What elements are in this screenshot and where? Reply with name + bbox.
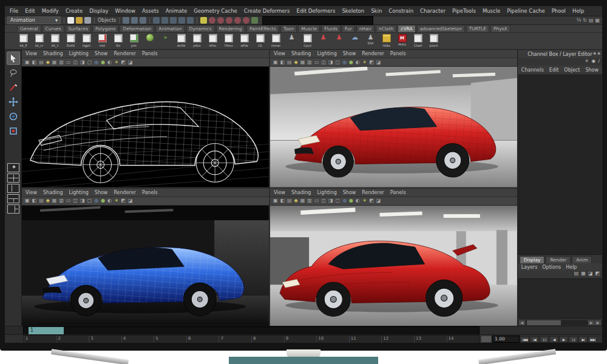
menu-muscle[interactable]: Muscle (483, 8, 500, 14)
new-layer-icon[interactable]: ◩ (595, 271, 600, 278)
tab-display[interactable]: Display (520, 256, 545, 263)
grid-toggle-icon[interactable]: ▤ (589, 18, 594, 23)
lights-icon[interactable]: ☀ (114, 59, 118, 66)
viewport-canvas-wireframe-car[interactable] (22, 67, 269, 187)
channel-hyperbolic-icon[interactable]: ◉ (591, 58, 595, 66)
scroll-right-end-icon[interactable]: ▶ (595, 320, 601, 325)
shelf-item[interactable]: ♟ (331, 34, 347, 41)
layout-split-top-button[interactable] (7, 194, 19, 203)
scrollbar-track[interactable] (526, 320, 588, 325)
viewport-bottom-right[interactable]: View Shading Lighting Show Renderer Pane… (270, 189, 517, 326)
shelf-item[interactable]: KK_fl (16, 34, 31, 47)
vp-menu-shading[interactable]: Shading (43, 190, 63, 195)
vp-menu-panels[interactable]: Panels (390, 51, 406, 56)
viewport-canvas-red-car-wireframe[interactable] (270, 67, 517, 187)
channel-speed-icon[interactable]: ✳ (585, 58, 589, 66)
film-gate-icon[interactable]: ▭ (66, 197, 71, 204)
wireframe-icon[interactable]: ◎ (342, 197, 347, 204)
wireframe-icon[interactable]: ◎ (94, 197, 98, 204)
channel-list-empty[interactable] (518, 75, 602, 255)
shelf-item[interactable]: TPose (221, 34, 236, 47)
wireframe-icon[interactable]: ◎ (342, 59, 347, 66)
select-camera-icon[interactable]: ▣ (273, 59, 278, 66)
safe-action-icon[interactable]: ▢ (336, 197, 341, 204)
channel-box-title-bar[interactable]: Channel Box / Layer Editor ▪ ▪ (518, 50, 602, 58)
grid-icon[interactable]: ▥ (59, 59, 64, 66)
menu-pipeline-cache[interactable]: Pipeline Cache (507, 8, 544, 14)
shaded-icon[interactable]: ● (349, 59, 353, 66)
shelf-tab-general[interactable]: General (17, 25, 41, 32)
camera-attributes-icon[interactable]: ▤ (39, 197, 44, 204)
tab-anim[interactable]: Anim (572, 256, 592, 263)
isolate-select-icon[interactable]: ◩ (369, 59, 374, 66)
grid-icon[interactable]: ▥ (59, 197, 64, 204)
vp-menu-view[interactable]: View (25, 190, 37, 195)
viewport-top-left[interactable]: View Shading Lighting Show Renderer Pane… (22, 50, 269, 187)
grid-icon[interactable]: ▥ (307, 197, 312, 204)
menu-file[interactable]: File (10, 8, 18, 14)
safe-action-icon[interactable]: ▢ (336, 59, 341, 66)
image-plane-icon[interactable]: ▦ (52, 59, 57, 66)
grid-icon[interactable]: ▥ (307, 59, 312, 66)
menuset-dropdown[interactable]: Animation ▾ (7, 16, 61, 24)
shelf-item[interactable]: ♟ (316, 34, 331, 41)
x-ray-icon[interactable]: ◪ (128, 59, 133, 66)
shelf-tab-cvra[interactable]: cVRA (398, 25, 415, 32)
vp-menu-shading[interactable]: Shading (291, 51, 311, 56)
vp-menu-shading[interactable]: Shading (43, 51, 63, 56)
auto-keyframe-icon[interactable] (200, 17, 207, 24)
textured-icon[interactable]: ◐ (356, 197, 360, 204)
shelf-item[interactable]: ♟SSA (363, 34, 378, 45)
vp-menu-panels[interactable]: Panels (142, 51, 158, 56)
shelf-item[interactable] (142, 34, 157, 42)
bookmarks-icon[interactable]: ◆ (46, 197, 50, 204)
lock-camera-icon[interactable]: ◧ (32, 59, 37, 66)
select-camera-icon[interactable]: ▣ (25, 197, 30, 204)
select-hierarchy-icon[interactable] (123, 17, 129, 24)
current-frame-marker[interactable]: 1 (29, 327, 64, 334)
viewport-canvas-red-car-render[interactable] (270, 206, 517, 326)
time-slider[interactable]: 1 (23, 326, 480, 335)
move-layer-up-icon[interactable]: ▤ (574, 271, 579, 278)
shelf-item[interactable]: kk_cr (32, 34, 47, 47)
move-tool-button[interactable] (7, 95, 20, 109)
menu-window[interactable]: Window (115, 8, 135, 14)
shelf-tab-painteffects[interactable]: PaintEffects (246, 25, 279, 32)
isolate-select-icon[interactable]: ◩ (369, 197, 374, 204)
menu-edit[interactable]: Edit (25, 8, 35, 14)
new-layer-from-selected-icon[interactable]: ◪ (588, 271, 593, 278)
viewport-canvas-blue-car-wireframe[interactable] (22, 206, 269, 326)
film-gate-icon[interactable]: ▭ (314, 197, 319, 204)
current-time-field[interactable]: 1.00 (492, 335, 520, 343)
gate-mask-icon[interactable]: ◨ (80, 59, 85, 66)
shelf-tab-fluids[interactable]: Fluids (321, 25, 341, 32)
vp-menu-renderer[interactable]: Renderer (362, 190, 384, 195)
make-live-icon[interactable] (187, 17, 194, 24)
vp-menu-show[interactable]: Show (343, 51, 356, 56)
shelf-item[interactable]: Join (126, 34, 141, 47)
save-scene-icon[interactable] (84, 17, 91, 24)
shelf-item[interactable]: Hgph (79, 34, 94, 47)
vp-menu-show[interactable]: Show (343, 190, 356, 195)
lights-icon[interactable]: ☀ (114, 197, 118, 204)
vp-menu-view[interactable]: View (274, 51, 285, 56)
rotate-tool-button[interactable] (7, 110, 20, 123)
shelf-tab-muscle[interactable]: Muscle (298, 25, 320, 32)
bookmarks-icon[interactable]: ◆ (294, 59, 298, 66)
shelf-tab-nhair[interactable]: nHair (356, 25, 375, 32)
go-to-end-button[interactable]: ▶▶| (588, 336, 597, 343)
resolution-gate-icon[interactable]: ◫ (73, 59, 78, 66)
snap-to-point-icon[interactable] (170, 17, 177, 24)
shelf-item[interactable]: delSk (174, 34, 189, 47)
quick-select-field[interactable] (262, 16, 373, 25)
refresh-icon[interactable]: ↻ (583, 18, 587, 23)
vp-menu-panels[interactable]: Panels (390, 190, 406, 195)
panel-dock-icons[interactable]: ▪ ▪ (593, 51, 600, 56)
shelf-item[interactable]: Hist (95, 34, 110, 47)
object-menu[interactable]: Object (564, 67, 580, 73)
open-scene-icon[interactable] (76, 17, 83, 24)
menu-display[interactable]: Display (89, 8, 108, 14)
resolution-gate-icon[interactable]: ◫ (321, 197, 326, 204)
image-plane-icon[interactable]: ▦ (52, 197, 57, 204)
layout-split-side-button[interactable] (7, 204, 19, 214)
